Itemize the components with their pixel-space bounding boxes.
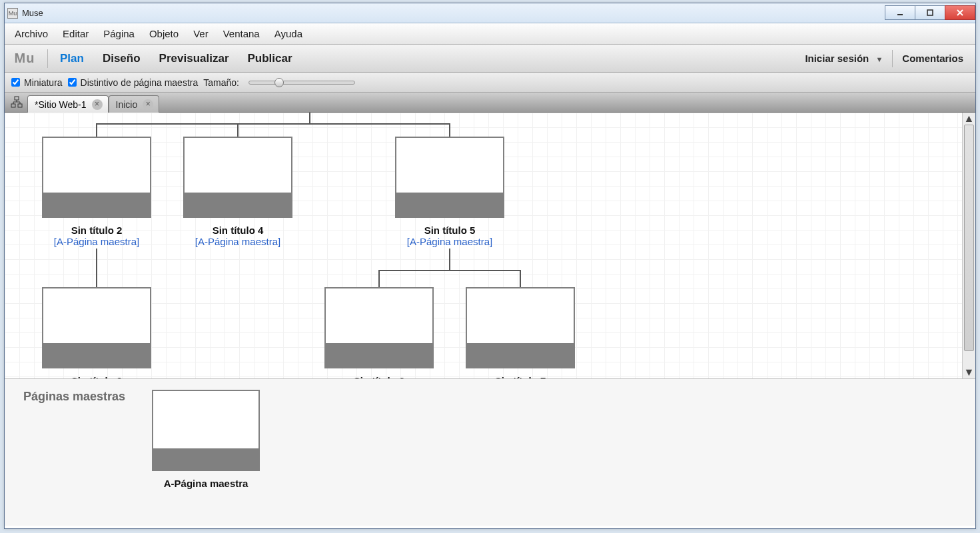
connector-line	[237, 123, 239, 137]
master-page-title: A-Página maestra	[152, 478, 260, 489]
page-thumb-sin-titulo-3[interactable]: Sin título 3	[42, 287, 151, 378]
page-title: Sin título 6	[324, 375, 434, 378]
mode-diseno[interactable]: Diseño	[93, 52, 150, 65]
menu-editar[interactable]: Editar	[55, 25, 96, 42]
mode-previsualizar[interactable]: Previsualizar	[150, 52, 239, 65]
distintivo-input[interactable]	[68, 78, 77, 87]
vertical-scrollbar[interactable]: ▲ ▼	[962, 113, 975, 378]
connector-line	[520, 270, 521, 287]
minimize-button[interactable]	[885, 5, 915, 20]
page-title: Sin título 2	[42, 225, 151, 236]
close-tab-icon[interactable]: ×	[92, 99, 103, 110]
tab-label: Inicio	[116, 99, 138, 110]
page-title: Sin título 7	[466, 375, 575, 378]
connector-line	[309, 113, 310, 123]
scroll-down-icon[interactable]: ▼	[963, 366, 975, 378]
signin-label: Iniciar sesión	[805, 53, 869, 64]
menu-ayuda[interactable]: Ayuda	[267, 25, 310, 42]
sitemap-icon	[9, 94, 25, 110]
connector-line	[96, 123, 450, 125]
maximize-button[interactable]	[915, 5, 945, 20]
scroll-up-icon[interactable]: ▲	[963, 113, 975, 125]
menu-pagina[interactable]: Página	[96, 25, 142, 42]
connector-line	[96, 249, 97, 287]
page-thumb-sin-titulo-5[interactable]: Sin título 5 [A-Página maestra]	[395, 137, 504, 247]
scroll-thumb[interactable]	[964, 125, 974, 351]
tamano-label: Tamaño:	[203, 77, 239, 88]
sitemap-canvas[interactable]: Sin título 2 [A-Página maestra] Sin títu…	[5, 113, 962, 378]
miniatura-label: Miniatura	[24, 77, 63, 88]
page-master-badge: [A-Página maestra]	[183, 236, 292, 247]
titlebar: Mu Muse	[5, 3, 975, 23]
master-pages-panel: Páginas maestras A-Página maestra	[5, 379, 975, 526]
mu-logo: Mu	[5, 51, 45, 66]
page-thumb-sin-titulo-6[interactable]: Sin título 6	[324, 287, 434, 378]
close-button[interactable]	[945, 5, 975, 20]
menu-ver[interactable]: Ver	[186, 25, 216, 42]
divider	[47, 49, 48, 68]
svg-rect-6	[18, 104, 22, 107]
distintivo-label: Distintivo de página maestra	[81, 77, 199, 88]
menu-bar: Archivo Editar Página Objeto Ver Ventana…	[5, 23, 975, 45]
mode-plan[interactable]: Plan	[51, 52, 93, 65]
close-tab-icon[interactable]: ×	[143, 99, 153, 110]
options-bar: Miniatura Distintivo de página maestra T…	[5, 73, 975, 93]
app-window: Mu Muse Archivo Editar Página Objeto Ver…	[4, 3, 976, 529]
mode-bar: Mu Plan Diseño Previsualizar Publicar In…	[5, 45, 975, 73]
svg-rect-5	[11, 104, 15, 107]
divider	[892, 50, 893, 67]
master-page-thumb[interactable]: A-Página maestra	[152, 390, 260, 489]
tab-strip: *Sitio Web-1 × Inicio ×	[5, 93, 975, 113]
app-icon: Mu	[7, 8, 18, 19]
canvas-area: Sin título 2 [A-Página maestra] Sin títu…	[5, 113, 975, 379]
page-thumb-sin-titulo-7[interactable]: Sin título 7	[466, 287, 575, 378]
page-title: Sin título 5	[395, 225, 504, 236]
chevron-down-icon: ▼	[875, 55, 883, 63]
tab-sitio-web-1[interactable]: *Sitio Web-1 ×	[27, 95, 109, 113]
mode-publicar[interactable]: Publicar	[239, 52, 302, 65]
slider-thumb[interactable]	[274, 78, 284, 87]
signin-button[interactable]: Iniciar sesión ▼	[805, 53, 883, 64]
page-master-badge: [A-Página maestra]	[42, 236, 151, 247]
page-title: Sin título 3	[42, 375, 151, 378]
distintivo-checkbox[interactable]: Distintivo de página maestra	[68, 77, 199, 88]
miniatura-input[interactable]	[11, 78, 20, 87]
tab-inicio[interactable]: Inicio ×	[109, 95, 160, 113]
menu-ventana[interactable]: Ventana	[216, 25, 267, 42]
window-title: Muse	[22, 8, 43, 18]
connector-line	[96, 123, 97, 137]
window-controls	[885, 6, 975, 20]
scroll-track[interactable]	[963, 125, 975, 366]
menu-archivo[interactable]: Archivo	[7, 25, 55, 42]
page-thumb-sin-titulo-2[interactable]: Sin título 2 [A-Página maestra]	[42, 137, 151, 247]
comments-button[interactable]: Comentarios	[902, 53, 975, 64]
size-slider[interactable]	[248, 81, 355, 85]
menu-objeto[interactable]: Objeto	[142, 25, 186, 42]
master-pages-heading: Páginas maestras	[23, 390, 125, 404]
tab-label: *Sitio Web-1	[35, 99, 87, 110]
connector-line	[378, 270, 380, 287]
svg-rect-1	[927, 10, 933, 15]
svg-rect-4	[15, 97, 19, 100]
page-title: Sin título 4	[183, 225, 292, 236]
connector-line	[449, 249, 450, 270]
connector-line	[378, 270, 521, 271]
connector-line	[449, 123, 450, 137]
page-master-badge: [A-Página maestra]	[395, 236, 504, 247]
miniatura-checkbox[interactable]: Miniatura	[11, 77, 63, 88]
page-thumb-sin-titulo-4[interactable]: Sin título 4 [A-Página maestra]	[183, 137, 292, 247]
